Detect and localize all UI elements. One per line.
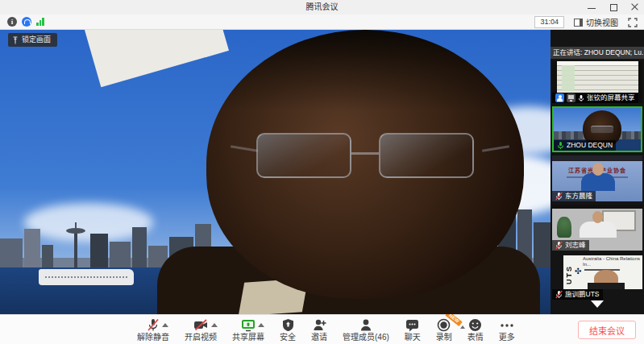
more-button[interactable]: 更多 (499, 318, 515, 342)
fullscreen-icon[interactable] (628, 18, 638, 27)
audio-device-icon[interactable] (22, 17, 31, 27)
titlebar: 腾讯会议 (0, 0, 644, 15)
chat-button[interactable]: 聊天 (405, 318, 421, 342)
participants-sidebar: 正在讲话: ZHOU DEQUN; Lu... 张钦的屏幕共享 (551, 30, 644, 314)
slide-title-2: In... (583, 262, 591, 267)
switch-view-icon (574, 19, 583, 27)
tile-screen-share[interactable]: 张钦的屏幕共享 (552, 61, 642, 103)
mic-muted-icon (555, 241, 563, 250)
more-dots-icon (500, 323, 514, 328)
statusbar: i 31:04 切换视图 (0, 15, 644, 30)
presenter-icon (555, 93, 564, 102)
mic-options-caret[interactable] (162, 323, 168, 327)
screen-share-icon (567, 93, 575, 102)
emoji-button[interactable]: 表情 (467, 318, 484, 342)
tile-name: 东方晨隆 (565, 191, 592, 201)
share-screen-button[interactable]: 共享屏幕 (232, 318, 264, 342)
end-meeting-button[interactable]: 结束会议 (578, 321, 636, 339)
video-options-caret[interactable] (211, 323, 218, 327)
tile-liuzhifeng[interactable]: 刘志峰 (552, 205, 642, 251)
tile-dongfang[interactable]: 江苏省光伏产业协会 东方晨隆 (552, 155, 642, 201)
network-signal-icon[interactable] (36, 18, 44, 26)
restore-icon[interactable] (609, 3, 617, 11)
slide-title: Australia - China Relations (583, 256, 640, 261)
pin-icon (12, 36, 19, 44)
uts-logo-text: UTS (565, 265, 573, 284)
record-button[interactable]: NEW 录制 (436, 318, 452, 342)
mic-on-icon (578, 94, 584, 102)
pin-view-button[interactable]: 锁定画面 (8, 33, 57, 47)
tile-name: ZHOU DEQUN (567, 140, 613, 151)
mic-active-icon (557, 141, 564, 150)
share-options-caret[interactable] (258, 323, 264, 327)
mic-muted-icon (147, 318, 160, 332)
stage: 锁定画面 正在讲话: ZHOU DEQUN; Lu... (0, 30, 644, 314)
share-screen-icon (241, 319, 256, 332)
chat-bubble-icon (405, 319, 419, 332)
shield-icon (282, 318, 294, 332)
tile-name: 施训鹏UTS (565, 289, 600, 300)
tile-uts[interactable]: Australia - China Relations In... ✣ UTS … (552, 254, 642, 300)
start-video-button[interactable]: 开启视频 (185, 318, 217, 342)
invite-button[interactable]: 邀请 (311, 318, 327, 342)
speaker-glasses (256, 133, 482, 183)
security-button[interactable]: 安全 (280, 318, 296, 342)
info-icon[interactable]: i (7, 17, 17, 27)
uts-logo-icon: ✣ (575, 267, 581, 276)
tile-zhou-dequn[interactable]: ZHOU DEQUN (552, 106, 642, 152)
minimize-icon[interactable] (588, 3, 596, 11)
main-video: 锁定画面 (0, 30, 551, 314)
mic-muted-icon (555, 290, 563, 299)
members-icon (359, 318, 372, 332)
speaking-banner: 正在讲话: ZHOU DEQUN; Lu... (551, 47, 644, 59)
tile-name: 张钦的屏幕共享 (587, 93, 635, 103)
tile-name: 刘志峰 (565, 240, 586, 251)
record-options-caret[interactable] (460, 325, 465, 329)
record-icon (437, 318, 451, 332)
invite-person-icon (313, 318, 326, 332)
close-icon[interactable] (631, 3, 639, 11)
bottom-toolbar: 解除静音 开启视频 (0, 314, 644, 344)
screen-share-preview (552, 61, 642, 93)
tencent-meeting-window: 腾讯会议 i 31:04 切换视图 (0, 0, 644, 344)
manage-members-button[interactable]: 管理成员(46) (343, 318, 389, 342)
emoji-icon (468, 318, 482, 332)
space-needle (74, 230, 77, 267)
window-title: 腾讯会议 (0, 0, 644, 15)
room-ceiling (85, 30, 229, 87)
switch-view-button[interactable]: 切换视图 (574, 16, 618, 28)
switch-view-label: 切换视图 (586, 16, 618, 28)
camera-muted-icon (193, 319, 209, 331)
cruise-ship (39, 269, 134, 285)
mic-muted-icon (555, 192, 563, 201)
scroll-down-arrow-icon[interactable] (591, 300, 604, 308)
unmute-button[interactable]: 解除静音 (137, 318, 169, 342)
pin-view-label: 锁定画面 (22, 33, 51, 47)
meeting-timer: 31:04 (534, 16, 564, 28)
